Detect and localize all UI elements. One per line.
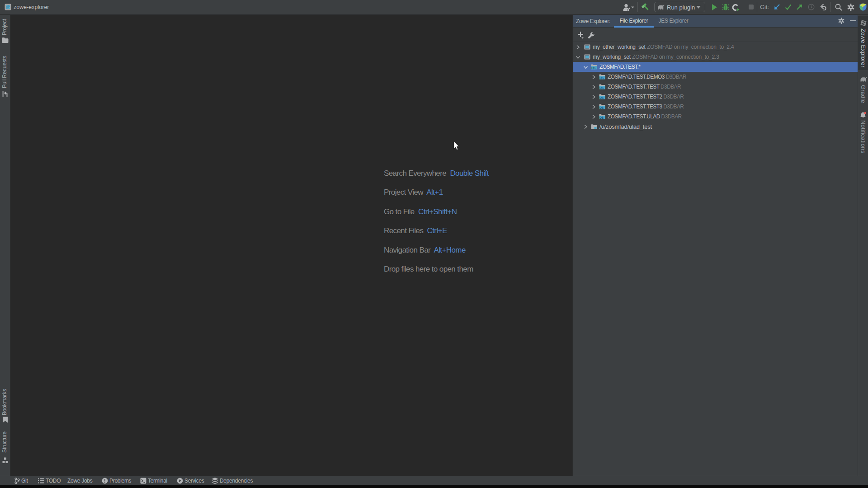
svg-text:DS: DS xyxy=(599,116,604,119)
svg-text:DS: DS xyxy=(599,106,604,109)
svg-text:DS: DS xyxy=(591,66,595,70)
svg-text:DS: DS xyxy=(599,76,604,80)
svg-text:DS: DS xyxy=(599,96,604,99)
svg-text:DS: DS xyxy=(599,86,604,89)
